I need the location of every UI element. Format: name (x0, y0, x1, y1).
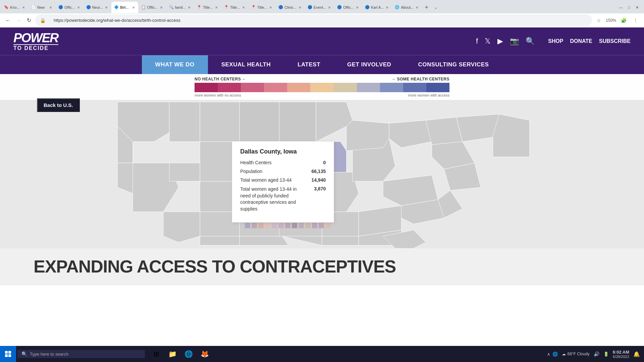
state-lake-region[interactable] (389, 120, 432, 148)
tab-close-15[interactable]: ✕ (415, 5, 419, 10)
tab-close-8[interactable]: ✕ (214, 5, 218, 10)
tab-6[interactable]: 📋 Offic... ✕ (139, 2, 166, 13)
nav-what-we-do[interactable]: WHAT WE DO (142, 55, 208, 74)
state-ny-n[interactable] (426, 117, 462, 145)
taskbar-search[interactable]: 🔍 Type here to search (17, 350, 145, 358)
twitter-icon[interactable]: 𝕏 (485, 37, 491, 46)
tab-15[interactable]: 🌐 About... ✕ (392, 2, 422, 13)
county-cell[interactable] (278, 223, 284, 228)
more-button[interactable]: ⋮ (631, 16, 640, 24)
instagram-icon[interactable]: 📷 (510, 37, 519, 46)
taskbar-file-explorer[interactable]: 📁 (165, 347, 180, 361)
tab-3[interactable]: 🔵 Offic... ✕ (56, 2, 83, 13)
tab-2[interactable]: 📄 New ✕ (29, 2, 55, 13)
county-cell[interactable] (258, 223, 264, 228)
state-tx-s[interactable] (239, 236, 288, 245)
tab-close-2[interactable]: ✕ (49, 5, 53, 10)
tab-close-11[interactable]: ✕ (298, 5, 302, 10)
county-cell[interactable] (312, 223, 317, 228)
network-icon[interactable]: 🌐 (552, 352, 558, 357)
tab-close-9[interactable]: ✕ (241, 5, 246, 10)
county-cell[interactable] (245, 223, 250, 228)
tab-close[interactable]: ✕ (21, 5, 25, 10)
state-az[interactable] (163, 212, 200, 242)
county-cell[interactable] (272, 223, 277, 228)
logo[interactable]: POWER TO DECIDE (13, 32, 58, 51)
notification-icon[interactable]: 🔔 (633, 351, 640, 357)
county-cell[interactable] (319, 223, 324, 228)
nav-consulting[interactable]: CONSULTING SERVICES (405, 55, 502, 74)
tab-5-active[interactable]: 🔷 Birt... ✕ (111, 2, 138, 13)
state-me-vt[interactable] (493, 114, 530, 157)
chevron-up-icon[interactable]: ∧ (547, 352, 550, 357)
logo-decide: TO DECIDE (13, 44, 58, 51)
county-cell[interactable] (252, 223, 257, 228)
tab-10[interactable]: 📍 Title... ✕ (249, 2, 275, 13)
tab-4[interactable]: 🔵 Neur... ✕ (84, 2, 111, 13)
taskbar-browser[interactable]: 🌐 (181, 347, 196, 361)
tab-close-6[interactable]: ✕ (159, 5, 163, 10)
url-input[interactable] (48, 16, 587, 25)
tab-13[interactable]: 🔵 Offic... ✕ (334, 2, 362, 13)
tab-14[interactable]: 🔵 Karl A... ✕ (362, 2, 392, 13)
search-icon[interactable]: 🔍 (526, 37, 535, 46)
tooltip-value-needy: 3,870 (314, 186, 326, 212)
clock[interactable]: 6:02 AM 6/28/2022 (613, 350, 629, 359)
youtube-icon[interactable]: ▶ (497, 37, 503, 46)
state-la[interactable] (282, 236, 322, 245)
tab-close-3[interactable]: ✕ (76, 5, 80, 10)
state-mi-up[interactable] (346, 120, 389, 151)
refresh-button[interactable]: ↻ (25, 16, 33, 25)
subscribe-link[interactable]: SUBSCRIBE (599, 38, 631, 44)
tab-close-13[interactable]: ✕ (355, 5, 359, 10)
county-cell[interactable] (265, 223, 270, 228)
new-tab-button[interactable]: + (422, 4, 431, 11)
county-cell[interactable] (285, 223, 290, 228)
nav-sexual-health[interactable]: SEXUAL HEALTH (208, 55, 284, 74)
tab-close-10[interactable]: ✕ (269, 5, 273, 10)
state-tx-n[interactable] (200, 236, 239, 245)
taskbar-task-view[interactable]: ⊞ (149, 347, 164, 361)
state-co-n[interactable] (169, 163, 200, 181)
county-cell[interactable] (292, 223, 297, 228)
tab-7[interactable]: 🔍 famil... ✕ (166, 2, 194, 13)
tab-11[interactable]: 🔵 Clinic... ✕ (276, 2, 305, 13)
state-id[interactable] (169, 102, 200, 141)
svg-rect-3 (8, 354, 11, 357)
back-nav-button[interactable]: ← (4, 16, 12, 25)
forward-nav-button[interactable]: → (15, 16, 23, 25)
back-to-us-button[interactable]: Back to U.S. (37, 98, 80, 112)
nav-get-involved[interactable]: GET INVOLVED (334, 55, 405, 74)
tab-8[interactable]: 📍 Title... ✕ (194, 2, 221, 13)
tab-12[interactable]: 🔵 Event... ✕ (305, 2, 334, 13)
speaker-icon[interactable]: 🔊 (594, 351, 599, 357)
tab-close-12[interactable]: ✕ (327, 5, 331, 10)
taskbar-firefox[interactable]: 🦊 (197, 347, 212, 361)
tab-list-button[interactable]: ⌄ (431, 5, 440, 10)
nav-latest[interactable]: LATEST (284, 55, 334, 74)
state-mn[interactable] (279, 102, 316, 141)
tab-close-4[interactable]: ✕ (104, 5, 108, 10)
donate-link[interactable]: DONATE (570, 38, 592, 44)
start-button[interactable] (0, 346, 16, 362)
state-mt[interactable] (200, 102, 239, 141)
bookmark-button[interactable]: ☆ (595, 16, 603, 24)
close-window-button[interactable]: ✕ (634, 4, 640, 11)
tab-close-14[interactable]: ✕ (385, 5, 389, 10)
county-cell[interactable] (299, 223, 304, 228)
tab-9[interactable]: 📍 Title... ✕ (221, 2, 248, 13)
facebook-icon[interactable]: f (476, 37, 478, 46)
minimize-button[interactable]: — (618, 4, 624, 11)
county-cell[interactable] (325, 223, 331, 228)
tooltip-row-needy-women: Total women aged 13-44 in need of public… (240, 186, 326, 212)
state-nd[interactable] (239, 102, 279, 141)
tab-close-7[interactable]: ✕ (187, 5, 191, 10)
weather-widget[interactable]: ☁ 68°F Cloudy (562, 352, 589, 356)
shop-link[interactable]: SHOP (548, 38, 563, 44)
county-cell[interactable] (305, 223, 311, 228)
tab-1[interactable]: 🔖 Kno... ✕ (1, 2, 28, 13)
extensions-button[interactable]: 🧩 (619, 16, 629, 24)
maximize-button[interactable]: □ (627, 4, 632, 11)
state-ms-al[interactable] (322, 236, 359, 245)
tab-close-5[interactable]: ✕ (131, 5, 136, 10)
